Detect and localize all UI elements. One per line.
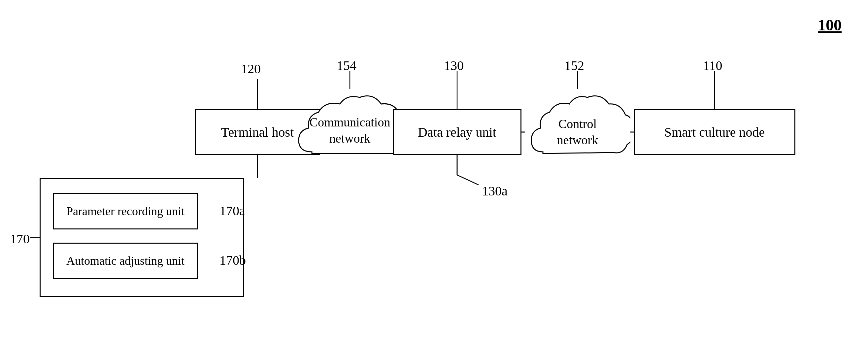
ref-154: 154 <box>337 58 356 73</box>
control-network-cloud: Control network <box>525 89 630 175</box>
parameter-recording-unit-label: Parameter recording unit <box>66 204 185 218</box>
ref-120: 120 <box>241 61 261 76</box>
automatic-adjusting-unit-box: Automatic adjusting unit <box>53 243 198 279</box>
ref-130: 130 <box>444 58 464 73</box>
svg-line-14 <box>457 175 478 185</box>
data-relay-unit-label: Data relay unit <box>418 124 496 140</box>
diagram: 100 Terminal host <box>0 0 868 342</box>
ref-130a: 130a <box>482 183 507 199</box>
control-network-label: Control network <box>557 116 598 149</box>
communication-network-label: Communication network <box>310 114 391 147</box>
ref-152: 152 <box>564 58 584 73</box>
parameter-recording-unit-box: Parameter recording unit <box>53 193 198 229</box>
terminal-host-label: Terminal host <box>221 124 294 140</box>
ref-170b: 170b <box>219 252 246 268</box>
figure-number: 100 <box>818 16 842 34</box>
smart-culture-node-box: Smart culture node <box>634 109 796 155</box>
smart-culture-node-label: Smart culture node <box>664 124 765 140</box>
data-relay-unit-box: Data relay unit <box>393 109 522 155</box>
automatic-adjusting-unit-label: Automatic adjusting unit <box>66 254 185 268</box>
ref-170: 170 <box>10 231 30 247</box>
ref-110: 110 <box>703 58 722 73</box>
ref-170a: 170a <box>219 203 245 219</box>
